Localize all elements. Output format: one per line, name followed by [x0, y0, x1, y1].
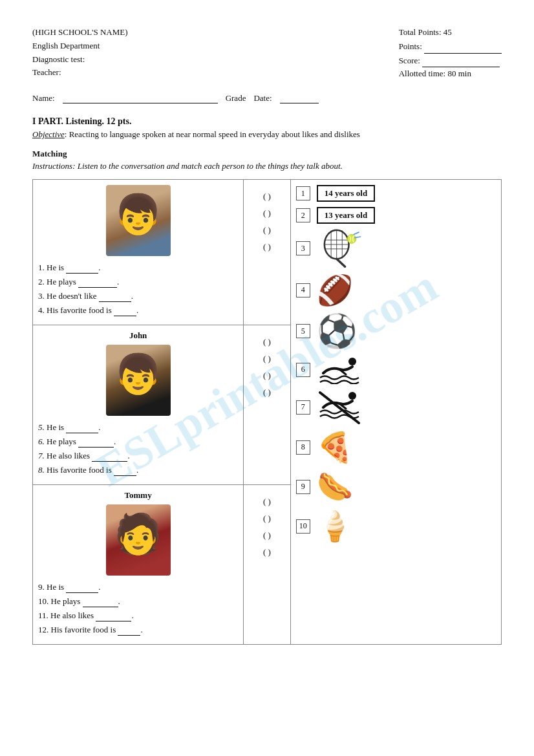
part1-title: I PART. Listening. 12 pts.	[32, 116, 502, 127]
svg-point-12	[348, 392, 356, 400]
q3: 3. He doesn't like .	[38, 291, 238, 302]
right-item-5: 5 ⚽	[296, 312, 496, 350]
grade-label: Grade	[226, 93, 246, 103]
header-right: Total Points: 45 Points: Score: Allotted…	[399, 26, 502, 81]
item-number-9: 9	[296, 480, 310, 494]
paren7: ( )	[263, 371, 271, 381]
q11: 11. He also likes .	[38, 610, 238, 621]
q10: 10. He plays .	[38, 596, 238, 607]
hotdog-icon: 🌭	[317, 470, 353, 504]
instructions-text: : Listen to the conversation and match e…	[72, 161, 343, 171]
header-section: (HIGH SCHOOL'S NAME) English Department …	[32, 26, 502, 81]
allotted-time: Allotted time: 80 min	[399, 67, 502, 81]
name-label: Name:	[32, 93, 55, 103]
paren5: ( )	[263, 337, 271, 347]
item-number-4: 4	[296, 283, 310, 297]
item-number-1: 1	[296, 186, 310, 200]
matching-table: 1. He is . 2. He plays . 3. He doesn't l…	[32, 179, 502, 645]
q2: 2. He plays .	[38, 277, 238, 288]
right-items-cell: 1 14 years old 2 13 years old 3	[290, 180, 501, 645]
instructions-line: Instructions: Listen to the conversation…	[32, 161, 502, 171]
q5: 5. He is .	[38, 422, 238, 433]
item-number-10: 10	[296, 519, 310, 534]
john-questions: 5. He is . 6. He plays . 7. He also like…	[38, 422, 238, 476]
svg-point-11	[348, 358, 356, 365]
item-number-7: 7	[296, 400, 310, 415]
q1: 1. He is .	[38, 263, 238, 274]
school-name: (HIGH SCHOOL'S NAME)	[32, 26, 128, 39]
matching-title: Matching	[32, 149, 502, 159]
paren11: ( )	[263, 530, 271, 541]
q6: 6. He plays .	[38, 437, 238, 448]
john-parens: ( ) ( ) ( ) ( )	[244, 325, 291, 485]
right-item-9: 9 🌭	[296, 470, 496, 504]
john-cell: John 5. He is . 6. He plays . 7. He also…	[33, 325, 244, 485]
paren8: ( )	[263, 387, 271, 398]
person1-photo	[106, 185, 171, 256]
item-number-8: 8	[296, 440, 310, 455]
john-name: John	[38, 330, 238, 341]
objective-text: : Reacting to language spoken at near no…	[65, 129, 360, 139]
paren12: ( )	[263, 547, 271, 557]
football-icon: 🏈	[317, 273, 353, 307]
svg-point-8	[347, 235, 356, 244]
test-type: Diagnostic test:	[32, 53, 128, 67]
points-row: Points:	[399, 39, 502, 54]
icecream-icon: 🍦	[317, 509, 353, 543]
teacher-label: Teacher:	[32, 66, 128, 80]
item-number-5: 5	[296, 324, 310, 338]
paren4: ( )	[263, 242, 271, 252]
objective-line: Objective: Reacting to language spoken a…	[32, 129, 502, 140]
svg-line-7	[336, 259, 345, 266]
item-number-6: 6	[296, 363, 310, 377]
tennis-icon	[317, 229, 362, 268]
right-item-2: 2 13 years old	[296, 207, 496, 224]
right-items-container: 1 14 years old 2 13 years old 3	[296, 185, 496, 543]
tommy-cell: Tommy 9. He is . 10. He plays . 11. He a…	[33, 485, 244, 645]
item-box-1: 14 years old	[317, 185, 375, 202]
person1-parens: ( ) ( ) ( ) ( )	[244, 180, 291, 325]
objective-label: Objective	[32, 129, 65, 139]
swimming-icon	[317, 355, 362, 384]
item-number-2: 2	[296, 208, 310, 222]
svg-line-9	[354, 232, 359, 234]
right-item-3: 3	[296, 229, 496, 268]
person1-questions: 1. He is . 2. He plays . 3. He doesn't l…	[38, 263, 238, 316]
score-row: Score:	[399, 54, 502, 68]
paren1: ( )	[263, 191, 271, 202]
right-item-1: 1 14 years old	[296, 185, 496, 202]
q4: 4. His favorite food is .	[38, 305, 238, 316]
date-label: Date:	[253, 93, 272, 103]
department: English Department	[32, 39, 128, 53]
tommy-photo	[106, 504, 171, 576]
q7: 7. He also likes .	[38, 451, 238, 462]
q12: 12. His favorite food is .	[38, 625, 238, 636]
tommy-name: Tommy	[38, 490, 238, 501]
tommy-parens: ( ) ( ) ( ) ( )	[244, 485, 291, 645]
q8: 8. His favorite food is .	[38, 465, 238, 476]
name-grade-row: Name: Grade Date:	[32, 92, 502, 103]
paren2: ( )	[263, 208, 271, 219]
right-item-8: 8 🍕	[296, 430, 496, 464]
john-photo	[106, 345, 171, 416]
paren3: ( )	[263, 225, 271, 235]
paren10: ( )	[263, 513, 271, 524]
soccer-icon: ⚽	[317, 312, 357, 350]
right-item-4: 4 🏈	[296, 273, 496, 307]
right-item-6: 6	[296, 355, 496, 384]
no-swim-icon	[317, 389, 362, 425]
instructions-label: Instructions	[32, 161, 72, 171]
header-left: (HIGH SCHOOL'S NAME) English Department …	[32, 26, 128, 81]
tommy-questions: 9. He is . 10. He plays . 11. He also li…	[38, 582, 238, 636]
item-box-2: 13 years old	[317, 207, 375, 224]
paren9: ( )	[263, 497, 271, 507]
table-row: 1. He is . 2. He plays . 3. He doesn't l…	[33, 180, 502, 325]
q9: 9. He is .	[38, 582, 238, 593]
item-number-3: 3	[296, 241, 310, 255]
pizza-icon: 🍕	[317, 430, 353, 464]
person1-cell: 1. He is . 2. He plays . 3. He doesn't l…	[33, 180, 244, 325]
right-item-10: 10 🍦	[296, 509, 496, 543]
paren6: ( )	[263, 354, 271, 364]
total-points: Total Points: 45	[399, 26, 502, 39]
right-item-7: 7	[296, 389, 496, 425]
